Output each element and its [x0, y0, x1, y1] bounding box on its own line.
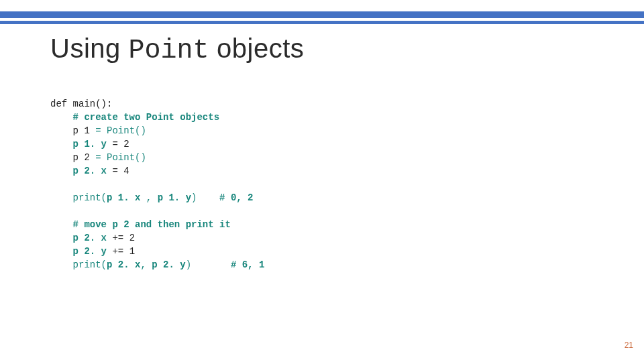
- code-call: ): [191, 192, 219, 203]
- code-line: p 1: [50, 125, 95, 136]
- code-call: = Point(): [95, 152, 146, 163]
- code-line: p 2: [50, 152, 95, 163]
- code-line: += 2: [112, 233, 135, 243]
- code-call: ,: [140, 259, 152, 270]
- code-call: print(: [50, 259, 107, 270]
- code-line: = 4: [112, 166, 129, 176]
- slide-title: Using Point objects: [50, 34, 304, 66]
- code-comment: # 6, 1: [231, 259, 264, 270]
- code-call: ,: [146, 192, 158, 203]
- code-comment: # 0, 2: [219, 192, 253, 203]
- code-call: = Point(): [95, 125, 146, 136]
- code-attr: p 1. x: [107, 192, 146, 203]
- code-call: ): [186, 259, 231, 270]
- header-bar-thick: [0, 11, 644, 18]
- code-line: += 1: [112, 246, 135, 257]
- page-number: 21: [625, 341, 633, 350]
- code-attr: p 1. y: [158, 192, 191, 203]
- title-mono: Point: [128, 36, 209, 66]
- code-call: print(: [50, 192, 107, 203]
- code-attr: p 1. y: [50, 139, 112, 149]
- code-attr: p 2. x: [50, 166, 112, 176]
- code-attr: p 2. x: [107, 259, 140, 270]
- code-comment: # move p 2 and then print it: [50, 219, 231, 230]
- code-attr: p 2. y: [50, 246, 112, 257]
- code-attr: p 2. x: [50, 233, 112, 243]
- header-bar-thin: [0, 21, 644, 24]
- code-comment: # create two Point objects: [50, 112, 219, 123]
- title-post: objects: [209, 34, 304, 63]
- code-block: def main(): # create two Point objects p…: [50, 97, 264, 272]
- code-attr: p 2. y: [152, 259, 185, 270]
- title-pre: Using: [50, 34, 128, 63]
- code-line: = 2: [112, 139, 129, 149]
- code-line: def main():: [50, 99, 112, 109]
